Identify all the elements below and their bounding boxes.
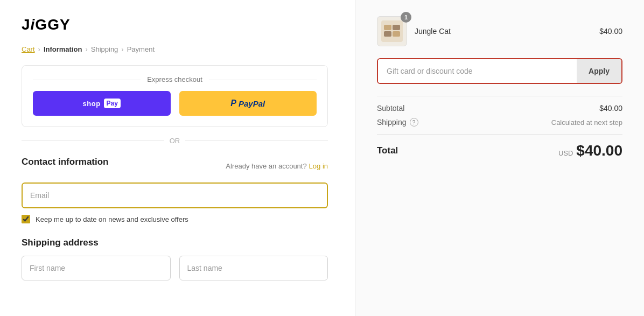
last-name-input[interactable] bbox=[179, 256, 328, 280]
breadcrumb-sep-1: › bbox=[38, 45, 40, 53]
breadcrumb-shipping: Shipping bbox=[91, 45, 118, 53]
email-input[interactable] bbox=[22, 182, 328, 208]
subtotal-row: Subtotal $40.00 bbox=[377, 104, 622, 113]
total-label: Total bbox=[377, 145, 398, 156]
total-value-group: USD $40.00 bbox=[558, 142, 622, 159]
paypal-label: PayPal bbox=[239, 99, 265, 108]
express-checkout-box: Express checkout shop Pay P PayPal bbox=[22, 65, 328, 127]
svg-rect-4 bbox=[393, 31, 400, 37]
product-thumbnail-svg bbox=[381, 20, 403, 42]
product-badge: 1 bbox=[401, 12, 411, 23]
product-price: $40.00 bbox=[599, 27, 622, 36]
svg-rect-1 bbox=[384, 25, 391, 30]
apply-button[interactable]: Apply bbox=[577, 59, 621, 83]
shipping-label: Shipping ? bbox=[377, 118, 418, 127]
breadcrumb-cart[interactable]: Cart bbox=[22, 45, 35, 53]
product-image-wrapper: 1 bbox=[377, 16, 407, 46]
breadcrumb-payment: Payment bbox=[127, 45, 155, 53]
total-row: Total USD $40.00 bbox=[377, 134, 622, 159]
subtotal-value: $40.00 bbox=[599, 104, 622, 113]
breadcrumb-information: Information bbox=[44, 45, 82, 53]
product-name: Jungle Cat bbox=[415, 27, 451, 36]
or-text: OR bbox=[170, 137, 180, 145]
first-name-input[interactable] bbox=[22, 256, 171, 280]
login-link[interactable]: Log in bbox=[309, 162, 328, 170]
shipping-section: Shipping address bbox=[22, 237, 328, 280]
name-row bbox=[22, 256, 328, 280]
newsletter-row: Keep me up to date on news and exclusive… bbox=[22, 215, 328, 223]
contact-title: Contact information bbox=[22, 157, 109, 167]
paypal-button[interactable]: P PayPal bbox=[179, 91, 317, 116]
shoppay-icon: shop bbox=[83, 100, 101, 108]
already-account-text: Already have an account? bbox=[226, 162, 306, 170]
shipping-title: Shipping address bbox=[22, 237, 328, 248]
contact-header: Contact information Already have an acco… bbox=[22, 157, 328, 175]
subtotal-label: Subtotal bbox=[377, 104, 404, 113]
totals-section: Subtotal $40.00 Shipping ? Calculated at… bbox=[377, 96, 622, 127]
discount-input[interactable] bbox=[378, 59, 577, 83]
shoppay-button[interactable]: shop Pay bbox=[33, 91, 171, 116]
svg-rect-2 bbox=[393, 25, 400, 30]
express-buttons: shop Pay P PayPal bbox=[33, 91, 317, 116]
shipping-value: Calculated at next step bbox=[551, 118, 622, 127]
shoppay-pay-badge: Pay bbox=[104, 99, 121, 108]
left-panel: JiGGY Cart › Information › Shipping › Pa… bbox=[0, 0, 355, 316]
product-info: 1 Jungle Cat bbox=[377, 16, 451, 46]
logo: JiGGY bbox=[22, 16, 328, 33]
svg-rect-3 bbox=[384, 31, 391, 37]
right-panel: 1 Jungle Cat $40.00 Apply Subtotal $40.0… bbox=[355, 0, 644, 316]
express-checkout-title: Express checkout bbox=[33, 75, 317, 83]
breadcrumb-sep-3: › bbox=[121, 45, 123, 53]
product-row: 1 Jungle Cat $40.00 bbox=[377, 16, 622, 46]
or-divider: OR bbox=[22, 137, 328, 145]
breadcrumb: Cart › Information › Shipping › Payment bbox=[22, 45, 328, 53]
discount-box: Apply bbox=[377, 58, 622, 84]
total-currency: USD bbox=[558, 149, 573, 157]
total-amount: $40.00 bbox=[576, 142, 622, 159]
newsletter-checkbox[interactable] bbox=[22, 215, 30, 223]
shipping-row: Shipping ? Calculated at next step bbox=[377, 118, 622, 127]
already-account-row: Already have an account? Log in bbox=[226, 161, 328, 170]
shipping-help-icon[interactable]: ? bbox=[410, 118, 418, 127]
paypal-icon: P bbox=[230, 99, 236, 108]
svg-rect-0 bbox=[381, 20, 403, 42]
logo-text: JiGGY bbox=[22, 16, 71, 33]
breadcrumb-sep-2: › bbox=[85, 45, 87, 53]
newsletter-label: Keep me up to date on news and exclusive… bbox=[36, 215, 188, 223]
contact-section: Contact information Already have an acco… bbox=[22, 157, 328, 223]
